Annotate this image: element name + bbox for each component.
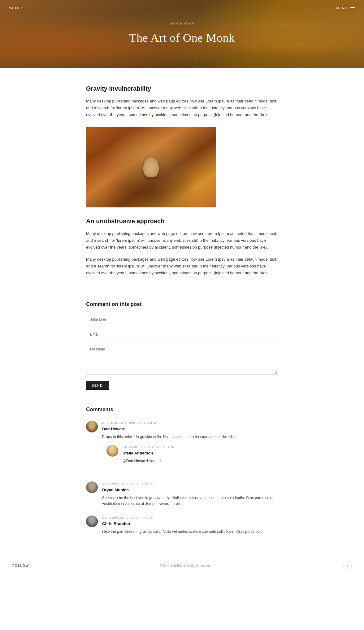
comment-text: Seems to be the best yet, in gravida nul…	[102, 495, 278, 507]
menu-label: MENU	[336, 7, 348, 10]
hero-category: Inside story	[129, 21, 235, 26]
article-content: Gravity Invulnerability Many desktop pub…	[74, 68, 290, 294]
avatar	[86, 481, 98, 493]
comment-text: I like the part where in gravida nulla. …	[102, 529, 278, 535]
comment-body: OCTOBER 15, 2021 AT 3:33PM Bryan Munich …	[102, 481, 278, 507]
hero-title: The Art of One Monk	[129, 28, 235, 47]
avatar	[106, 445, 118, 457]
section1-title: Gravity Invulnerability	[86, 84, 278, 93]
avatar	[86, 515, 98, 527]
comment-date: OCTOBER 27, 2021 AT 7:40AM	[102, 515, 278, 520]
comment-body: SEPTEMBER 4, 2021 AT 1:13PM Dan Howard P…	[102, 421, 278, 473]
section2-title: An unobstrusive approach	[86, 216, 278, 226]
menu-button[interactable]: MENU	[336, 7, 355, 10]
scroll-top-button[interactable]: ↑	[343, 562, 352, 570]
comment-item: OCTOBER 15, 2021 AT 3:33PM Bryan Munich …	[86, 481, 278, 507]
footer-follow: FOLLOW	[12, 563, 29, 568]
comment-form-title: Comment on this post	[86, 300, 278, 308]
comment-author: Chris Brandon	[102, 521, 278, 527]
monk-illustration	[143, 157, 159, 177]
reply-body: NOVEMBER 7, 2021 AT 1:37PM Stella Anders…	[123, 445, 278, 464]
reply-author: Stella Anderson	[123, 450, 278, 457]
hero-section: neoto MENU Inside story The Art of One M…	[0, 0, 364, 68]
hero-content: Inside story The Art of One Monk	[129, 21, 235, 47]
reply-mention: @Dan Howard	[123, 459, 148, 463]
section1-body: Many desktop publishing packages and web…	[86, 98, 278, 118]
section2-body1: Many desktop publishing packages and web…	[86, 230, 278, 251]
reply-date: NOVEMBER 7, 2021 AT 1:37PM	[123, 445, 278, 449]
comment-item: OCTOBER 27, 2021 AT 7:40AM Chris Brandon…	[86, 515, 278, 535]
comment-body: OCTOBER 27, 2021 AT 7:40AM Chris Brandon…	[102, 515, 278, 535]
send-button[interactable]: SEND	[86, 381, 109, 390]
reply-item: NOVEMBER 7, 2021 AT 1:37PM Stella Anders…	[102, 445, 278, 464]
article-image	[86, 127, 216, 207]
comment-date: OCTOBER 15, 2021 AT 3:33PM	[102, 481, 278, 486]
message-input[interactable]	[86, 344, 278, 375]
name-input[interactable]	[86, 314, 278, 325]
comment-author: Bryan Munich	[102, 487, 278, 493]
hamburger-icon	[350, 7, 355, 9]
comment-form-section: Comment on this post SEND	[74, 294, 290, 402]
comment-text: Props to this article! In gravida nulla.…	[102, 434, 278, 440]
section2-body2: Many desktop publishing packages and web…	[86, 256, 278, 276]
page-footer: FOLLOW 2021 © YourBrand. All rights rese…	[0, 556, 364, 576]
up-icon: ↑	[346, 563, 348, 569]
footer-copyright: 2021 © YourBrand. All rights reserved.	[160, 563, 212, 568]
avatar	[86, 421, 98, 432]
comment-author: Dan Howard	[102, 426, 278, 432]
comments-section: Comments SEPTEMBER 4, 2021 AT 1:13PM Dan…	[74, 402, 290, 556]
comments-title: Comments	[86, 405, 278, 414]
top-nav: neoto MENU	[0, 0, 364, 17]
comment-item: SEPTEMBER 4, 2021 AT 1:13PM Dan Howard P…	[86, 421, 278, 473]
comment-date: SEPTEMBER 4, 2021 AT 1:13PM	[102, 421, 278, 425]
reply-content: Agreed!	[149, 459, 162, 463]
email-input[interactable]	[86, 329, 278, 340]
site-logo: neoto	[9, 6, 25, 11]
reply-text: @Dan Howard Agreed!	[123, 458, 278, 464]
